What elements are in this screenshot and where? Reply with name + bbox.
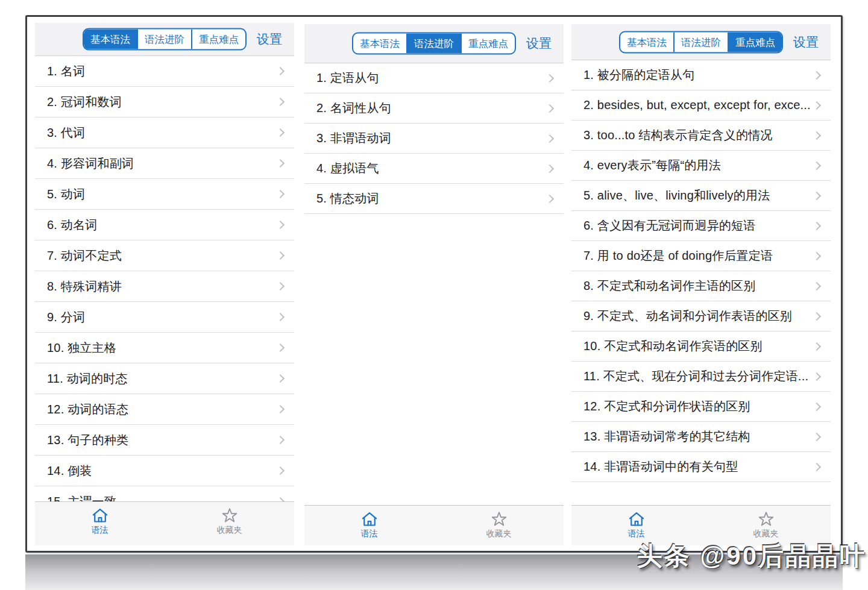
watermark: 头条 @90后晶晶叶 (637, 539, 867, 573)
list-item[interactable]: 3. too...to 结构表示肯定含义的情况 (571, 121, 831, 151)
list-item[interactable]: 4. every表示”每隔“的用法 (571, 151, 831, 181)
chevron-right-icon (813, 281, 821, 290)
list-item[interactable]: 13. 句子的种类 (35, 425, 294, 456)
tab-advanced-grammar[interactable]: 语法进阶 (407, 34, 462, 54)
list-item-label: 2. besides, but, except, except for, exc… (583, 98, 811, 112)
chevron-right-icon (813, 372, 821, 380)
tab-basic-grammar[interactable]: 基本语法 (620, 32, 675, 52)
list-item[interactable]: 14. 倒装 (35, 456, 294, 486)
list-item[interactable]: 2. 名词性从句 (304, 93, 564, 124)
topic-list: 1. 定语从句 2. 名词性从句 3. 非谓语动词 4. 虚拟语气 5. 情态动… (304, 63, 564, 214)
list-item[interactable]: 1. 名词 (35, 56, 294, 87)
chevron-right-icon (813, 462, 821, 471)
settings-button[interactable]: 设置 (526, 35, 552, 52)
tab-advanced-grammar[interactable]: 语法进阶 (675, 32, 729, 52)
list-item[interactable]: 14. 非谓语动词中的有关句型 (571, 452, 831, 482)
home-icon (361, 511, 378, 527)
tabbar-item-favorites[interactable]: 收藏夹 (434, 506, 564, 545)
header: 基本语法 语法进阶 重点难点 设置 (571, 24, 831, 60)
tabbar-label-favorites: 收藏夹 (753, 529, 779, 539)
chevron-right-icon (546, 134, 554, 142)
list-item-label: 6. 动名词 (47, 217, 97, 233)
list-item[interactable]: 2. 冠词和数词 (35, 87, 294, 118)
chevron-right-icon (546, 104, 554, 112)
list-item[interactable]: 11. 动词的时态 (35, 363, 294, 394)
list-item-label: 8. 不定式和动名词作主语的区别 (583, 278, 755, 294)
list-item[interactable]: 10. 不定式和动名词作宾语的区别 (571, 331, 831, 362)
list-item-label: 9. 分词 (47, 309, 85, 325)
tabbar-label-grammar: 语法 (361, 529, 378, 539)
star-icon (491, 511, 508, 527)
list-item-label: 3. 非谓语动词 (316, 130, 391, 146)
list-item[interactable]: 9. 分词 (35, 302, 294, 333)
star-icon (758, 511, 775, 527)
list-item-label: 6. 含义因有无冠词而迥异的短语 (583, 218, 755, 234)
chevron-right-icon (276, 313, 285, 321)
list-item[interactable]: 7. 动词不定式 (35, 240, 294, 271)
chevron-right-icon (813, 221, 821, 230)
list-item[interactable]: 4. 虚拟语气 (304, 154, 564, 184)
list-item[interactable]: 6. 动名词 (35, 210, 294, 240)
star-icon (221, 507, 238, 523)
topic-list: 1. 被分隔的定语从句 2. besides, but, except, exc… (571, 60, 831, 482)
tab-bar: 语法 收藏夹 (304, 505, 564, 545)
tabbar-label-grammar: 语法 (628, 529, 645, 539)
tab-key-difficulties[interactable]: 重点难点 (462, 34, 515, 54)
list-item[interactable]: 1. 被分隔的定语从句 (571, 60, 831, 90)
chevron-right-icon (813, 191, 821, 199)
chevron-right-icon (276, 128, 285, 137)
list-item-label: 3. too...to 结构表示肯定含义的情况 (583, 127, 773, 143)
list-item[interactable]: 12. 不定式和分词作状语的区别 (571, 392, 831, 422)
list-item[interactable]: 8. 不定式和动名词作主语的区别 (571, 271, 831, 301)
screen-key-difficulties: 基本语法 语法进阶 重点难点 设置 1. 被分隔的定语从句 2. besides… (571, 24, 831, 545)
list-item[interactable]: 8. 特殊词精讲 (35, 271, 294, 302)
chevron-right-icon (276, 251, 285, 260)
list-item-label: 5. alive、live、living和lively的用法 (583, 187, 770, 204)
tabbar-item-grammar[interactable]: 语法 (35, 502, 165, 545)
chevron-right-icon (276, 374, 285, 383)
list-item-label: 2. 冠词和数词 (47, 94, 122, 110)
list-item[interactable]: 11. 不定式、现在分词和过去分词作定语... (571, 362, 831, 392)
list-item-label: 11. 不定式、现在分词和过去分词作定语... (583, 368, 808, 384)
list-item[interactable]: 6. 含义因有无冠词而迥异的短语 (571, 211, 831, 241)
list-item-label: 1. 名词 (47, 63, 85, 80)
chevron-right-icon (813, 101, 821, 109)
chevron-right-icon (546, 74, 554, 82)
list-item-label: 4. every表示”每隔“的用法 (583, 157, 721, 174)
tabbar-label-grammar: 语法 (92, 525, 108, 536)
home-icon (92, 507, 108, 523)
list-item[interactable]: 5. 情态动词 (304, 184, 564, 214)
list-item[interactable]: 4. 形容词和副词 (35, 148, 294, 179)
list-item[interactable]: 1. 定语从句 (304, 63, 564, 93)
list-item[interactable]: 2. besides, but, except, except for, exc… (571, 90, 831, 121)
list-item[interactable]: 3. 代词 (35, 118, 294, 148)
chevron-right-icon (546, 194, 554, 202)
tab-bar: 语法 收藏夹 (35, 501, 294, 545)
list-item[interactable]: 7. 用 to do还是 of doing作后置定语 (571, 241, 831, 271)
chevron-right-icon (276, 344, 285, 352)
chevron-right-icon (813, 402, 821, 410)
screen-advanced-grammar: 基本语法 语法进阶 重点难点 设置 1. 定语从句 2. 名词性从句 3. 非谓… (304, 24, 564, 545)
screen-basic-grammar: 基本语法 语法进阶 重点难点 设置 1. 名词 2. 冠词和数词 3. 代词 4… (35, 23, 294, 545)
tab-basic-grammar[interactable]: 基本语法 (84, 30, 138, 49)
tab-key-difficulties[interactable]: 重点难点 (192, 30, 245, 49)
tab-basic-grammar[interactable]: 基本语法 (353, 34, 407, 54)
list-item[interactable]: 5. alive、live、living和lively的用法 (571, 181, 831, 211)
list-item[interactable]: 3. 非谓语动词 (304, 124, 564, 154)
list-item[interactable]: 10. 独立主格 (35, 333, 294, 363)
tab-key-difficulties[interactable]: 重点难点 (729, 32, 782, 52)
list-item[interactable]: 9. 不定式、动名词和分词作表语的区别 (571, 301, 831, 331)
list-item-label: 5. 动词 (47, 186, 85, 202)
chevron-right-icon (276, 159, 285, 168)
list-item-label: 7. 用 to do还是 of doing作后置定语 (583, 248, 773, 264)
list-item-label: 1. 被分隔的定语从句 (583, 67, 694, 83)
list-item[interactable]: 13. 非谓语动词常考的其它结构 (571, 422, 831, 452)
settings-button[interactable]: 设置 (257, 31, 282, 48)
list-item[interactable]: 5. 动词 (35, 179, 294, 210)
tabbar-item-grammar[interactable]: 语法 (304, 506, 434, 545)
tab-advanced-grammar[interactable]: 语法进阶 (138, 30, 192, 49)
tabbar-item-favorites[interactable]: 收藏夹 (165, 502, 294, 545)
settings-button[interactable]: 设置 (793, 34, 819, 51)
list-item-label: 5. 情态动词 (316, 190, 379, 207)
list-item[interactable]: 12. 动词的语态 (35, 394, 294, 425)
